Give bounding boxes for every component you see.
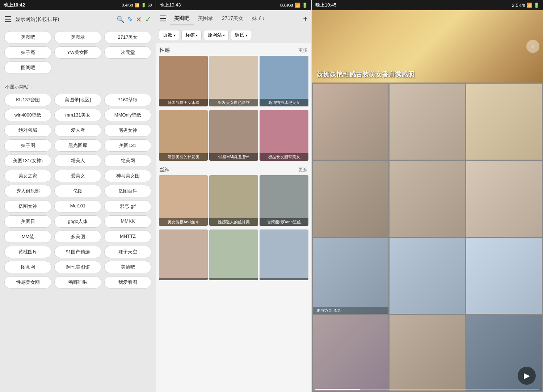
hidden-site-btn[interactable]: 秀人俱乐部 <box>4 185 51 197</box>
hidden-site-btn[interactable]: MMKK <box>104 215 151 228</box>
hidden-site-btn[interactable]: 阿七美图馆 <box>54 261 101 273</box>
right-main-image[interactable]: 妩媚妖艳性感古装美女香肩诱感照 › <box>312 10 543 83</box>
filter-button[interactable]: 标签▾ <box>181 30 202 40</box>
filter-button[interactable]: 调试▾ <box>231 30 251 40</box>
hidden-site-btn[interactable]: MM范 <box>4 231 51 243</box>
image-card[interactable]: 高清拍摄泳池美女 <box>260 56 308 106</box>
left-menu-button[interactable]: ☰ <box>4 15 12 24</box>
visible-site-btn[interactable]: 图阁吧 <box>4 62 51 74</box>
hidden-site-btn[interactable]: mm131美女 <box>54 109 101 121</box>
visible-site-btn[interactable]: YW美女图 <box>54 46 101 59</box>
mid-tab[interactable]: 妹子↓ <box>248 12 269 25</box>
mid-tab[interactable]: 美图录 <box>194 12 218 25</box>
gallery-image <box>313 315 388 362</box>
mid-menu-button[interactable]: ☰ <box>160 14 167 24</box>
hidden-site-btn[interactable]: 爱人者 <box>54 124 101 136</box>
filter-label: 页数 <box>163 32 172 38</box>
hidden-site-btn[interactable]: 宅男女神 <box>104 124 151 136</box>
right-nav-button[interactable]: › <box>526 40 539 53</box>
image-caption: 清新美丽的长发美 <box>159 153 208 161</box>
image-card[interactable] <box>260 229 308 280</box>
hidden-site-btn[interactable]: 美图日 <box>4 215 51 228</box>
image-card[interactable]: 性感迷人的丝袜美 <box>209 175 258 226</box>
hidden-site-btn[interactable]: 美图131 <box>104 139 151 152</box>
visible-site-btn[interactable]: 美图吧 <box>4 31 51 43</box>
hidden-site-btn[interactable]: 绝美网 <box>104 155 151 167</box>
hidden-site-btn[interactable]: 图意网 <box>4 261 51 273</box>
hidden-site-btn[interactable]: 黄桃图库 <box>4 246 51 258</box>
image-card[interactable]: 韩国气质美女宋珠 <box>159 56 208 106</box>
hidden-site-btn[interactable]: 神马美女图 <box>104 170 151 182</box>
hidden-site-btn[interactable]: 我爱看图 <box>104 276 151 288</box>
gallery-item[interactable] <box>390 315 465 391</box>
hidden-site-btn[interactable]: 91国产精选 <box>54 246 101 258</box>
hidden-site-btn[interactable]: 亿图百科 <box>104 185 151 197</box>
image-card[interactable]: 极品长发翘臀美女 <box>260 110 308 161</box>
visible-site-btn[interactable]: 美图录 <box>54 31 101 43</box>
image-card[interactable]: 短发美女白色蕾丝 <box>209 56 258 106</box>
filter-button[interactable]: 页数▾ <box>159 30 179 40</box>
hidden-site-btn[interactable]: win4000壁纸 <box>4 109 51 121</box>
gallery-item[interactable] <box>313 315 388 391</box>
hidden-site-btn[interactable]: 美图131(女神) <box>4 155 51 167</box>
hidden-site-btn[interactable]: 美眉吧 <box>104 261 151 273</box>
hidden-site-btn[interactable]: 黑光图库 <box>54 139 101 152</box>
hidden-site-btn[interactable]: 7160壁纸 <box>104 94 151 106</box>
hidden-site-btn[interactable]: 妹子图 <box>4 139 51 152</box>
hidden-site-btn[interactable]: 绝对领域 <box>4 124 51 136</box>
mid-content-scroll[interactable]: 性感更多韩国气质美女宋珠短发美女白色蕾丝高清拍摄泳池美女清新美丽的长发美骨感MM… <box>156 43 311 392</box>
image-caption: 性感迷人的丝袜美 <box>209 218 258 226</box>
gallery-item[interactable] <box>466 238 542 314</box>
hidden-site-btn[interactable]: 性感美女网 <box>4 276 51 288</box>
gallery-overlay: LIFECYCLING <box>313 307 388 314</box>
mid-add-tab-button[interactable]: + <box>303 14 308 24</box>
visible-site-btn[interactable]: 次元堂 <box>104 46 151 59</box>
image-card[interactable] <box>209 229 258 280</box>
visible-site-btn[interactable]: 妹子庵 <box>4 46 51 59</box>
hidden-site-btn[interactable]: 美图录[地区] <box>54 94 101 106</box>
right-status-icons: 2.5K/s 📶 🔋 <box>512 3 539 8</box>
gallery-item[interactable] <box>390 161 465 237</box>
image-card[interactable]: 台湾腿模Dana黑丝 <box>260 175 308 226</box>
hidden-site-btn[interactable]: MMOnly壁纸 <box>104 109 151 121</box>
category-more-button[interactable]: 更多 <box>298 167 308 173</box>
hidden-site-btn[interactable]: 美女之家 <box>4 170 51 182</box>
left-delete-button[interactable]: ✕ <box>136 15 142 24</box>
gallery-item[interactable]: LIFECYCLING <box>313 238 388 314</box>
hidden-site-btn[interactable]: 鸣啷哇啦 <box>54 276 101 288</box>
category-name: 丝袜 <box>160 167 170 173</box>
hidden-site-btn[interactable]: 亿图女神 <box>4 200 51 212</box>
image-card[interactable] <box>159 229 208 280</box>
mid-tab[interactable]: 2717美女 <box>218 12 248 25</box>
hidden-site-btn[interactable]: 妹子天空 <box>104 246 151 258</box>
hidden-site-btn[interactable]: 爱美女 <box>54 170 101 182</box>
mid-filter-bar: 页数▾标签▾原网站▾调试▾ <box>156 28 311 43</box>
gallery-image <box>466 315 542 362</box>
hidden-site-btn[interactable]: 亿图 <box>54 185 101 197</box>
category-more-button[interactable]: 更多 <box>298 47 308 54</box>
hidden-site-btn[interactable]: 邪恶.gif <box>104 200 151 212</box>
image-card[interactable]: 美女腿模Arvil丝袜 <box>159 175 208 226</box>
gallery-item[interactable] <box>390 238 465 314</box>
play-button[interactable]: ▶ <box>518 367 536 385</box>
left-edit-button[interactable]: ✎ <box>127 16 133 24</box>
mid-tab[interactable]: 美图吧 <box>170 12 194 25</box>
gallery-item[interactable] <box>466 161 542 237</box>
gallery-item[interactable] <box>313 84 388 160</box>
gallery-item[interactable] <box>466 84 542 160</box>
hidden-site-btn[interactable]: 多美图 <box>54 231 101 243</box>
image-card[interactable]: 骨感MM魏扭扭米 <box>209 110 258 161</box>
hidden-site-btn[interactable]: 粉美人 <box>54 155 101 167</box>
visible-site-btn[interactable]: 2717美女 <box>104 31 151 43</box>
hidden-site-btn[interactable]: KU137套图 <box>4 94 51 106</box>
left-search-button[interactable]: 🔍 <box>117 16 125 24</box>
gallery-item[interactable] <box>313 161 388 237</box>
image-card[interactable]: 清新美丽的长发美 <box>159 110 208 161</box>
filter-button[interactable]: 原网站▾ <box>204 30 229 40</box>
image-caption: 韩国气质美女宋珠 <box>159 99 208 106</box>
hidden-site-btn[interactable]: gogo人体 <box>54 215 101 228</box>
hidden-site-btn[interactable]: Mei101 <box>54 200 101 212</box>
left-confirm-button[interactable]: ✓ <box>145 15 151 24</box>
gallery-item[interactable] <box>390 84 465 160</box>
hidden-site-btn[interactable]: MNTTZ <box>104 231 151 243</box>
